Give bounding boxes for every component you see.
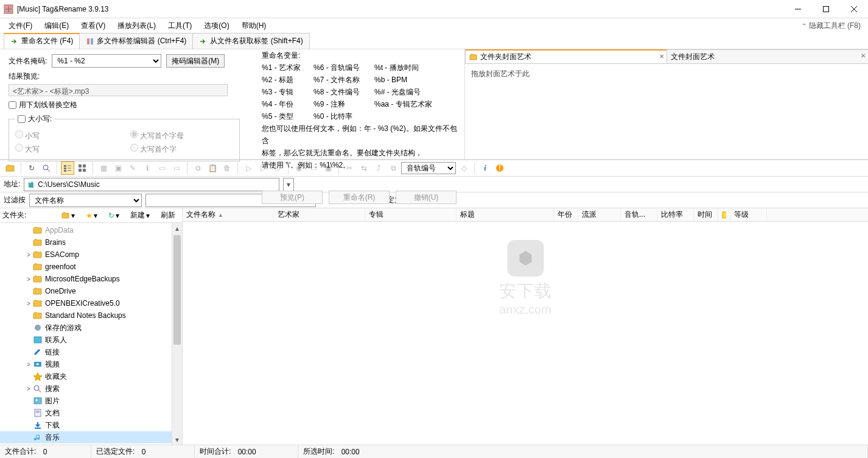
column-header[interactable]: 艺术家 xyxy=(274,208,365,221)
case-enable-checkbox[interactable] xyxy=(18,115,26,123)
tree-item[interactable]: 下载 xyxy=(0,419,182,431)
tree-item[interactable]: AppData xyxy=(0,224,182,236)
menu-playlist[interactable]: 播放列表(L) xyxy=(111,19,162,32)
address-input[interactable] xyxy=(24,178,279,191)
mask-editor-button[interactable]: 掩码编辑器(M) xyxy=(166,54,225,68)
tree-item[interactable]: 保存的游戏 xyxy=(0,322,182,334)
file-list-header: 文件名称 ▲艺术家专辑标题年份流派音轨...比特率时间等级 xyxy=(183,208,868,222)
preview-button[interactable]: 预览(P) xyxy=(262,191,323,204)
tree-item-label: 搜索 xyxy=(45,384,60,394)
menu-options[interactable]: 选项(O) xyxy=(198,19,235,32)
mask-combo[interactable]: %1 - %2 xyxy=(52,54,161,68)
toolbar-icon: ▭ xyxy=(170,161,183,175)
tree-item[interactable]: 文档 xyxy=(0,407,182,419)
tree-new-button[interactable]: 新建 ▾ xyxy=(126,209,154,222)
tab-from-filename-label: 从文件名获取标签 (Shift+F4) xyxy=(210,36,303,46)
column-header[interactable]: 标题 xyxy=(457,208,554,221)
close-button[interactable] xyxy=(840,0,868,18)
multi-tag-icon xyxy=(86,37,94,46)
case-upper[interactable]: 大写 xyxy=(15,144,118,155)
tree-item[interactable]: OneDrive xyxy=(0,285,182,297)
svg-rect-5 xyxy=(87,38,89,44)
column-header[interactable] xyxy=(718,208,730,221)
tree-item[interactable]: >MicrosoftEdgeBackups xyxy=(0,273,182,285)
folder-tree[interactable]: AppDataBrains>ESACompgreenfoot>Microsoft… xyxy=(0,223,182,445)
column-header[interactable]: 等级 xyxy=(730,208,767,221)
menu-help[interactable]: 帮助(H) xyxy=(236,19,273,32)
help-icon[interactable]: i xyxy=(478,161,492,175)
menu-edit[interactable]: 编辑(E) xyxy=(38,19,75,32)
case-capitalize-first[interactable]: 大写首个字 xyxy=(130,144,233,155)
minimize-button[interactable] xyxy=(784,0,812,18)
view-list-icon[interactable] xyxy=(61,161,74,175)
cover-drop-area[interactable]: 拖放封面艺术于此 xyxy=(465,64,868,159)
maximize-button[interactable] xyxy=(812,0,840,18)
tab-multi-editor[interactable]: 多文件标签编辑器 (Ctrl+F4) xyxy=(79,33,193,49)
tree-item-label: Brains xyxy=(45,238,66,247)
column-header[interactable]: 年份 xyxy=(554,208,578,221)
case-capitalize-words[interactable]: 大写首个字母 xyxy=(130,130,233,141)
file-list-body[interactable]: 安下载 anxz.com xyxy=(183,222,868,445)
tree-item[interactable]: >视频 xyxy=(0,358,182,370)
expander-icon[interactable]: > xyxy=(24,252,33,258)
tree-item[interactable]: Brains xyxy=(0,236,182,248)
download-icon xyxy=(33,420,43,430)
undo-button[interactable]: 撤销(U) xyxy=(396,191,457,204)
filter-by-combo[interactable]: 文件名称 xyxy=(29,194,142,207)
tab-from-filename[interactable]: 从文件名获取标签 (Shift+F4) xyxy=(192,33,309,49)
tree-item[interactable]: 音乐 xyxy=(0,431,182,443)
tree-item[interactable]: >ESAComp xyxy=(0,248,182,261)
tree-refresh-button[interactable]: 刷新 xyxy=(156,209,180,222)
open-icon[interactable] xyxy=(4,161,17,175)
refresh-icon[interactable]: ↻ xyxy=(25,161,38,175)
tree-item-label: OPENBEXICreative5.0 xyxy=(45,299,120,308)
about-icon[interactable]: ! xyxy=(493,161,506,175)
column-header[interactable]: 音轨... xyxy=(621,208,657,221)
tree-item[interactable]: Standard Notes Backups xyxy=(0,309,182,322)
close-icon[interactable]: ✕ xyxy=(861,52,866,59)
svg-rect-6 xyxy=(91,38,93,44)
search-icon xyxy=(33,384,43,393)
column-header[interactable]: 流派 xyxy=(578,208,621,221)
tree-item[interactable]: 图片 xyxy=(0,395,182,407)
svg-rect-28 xyxy=(34,398,41,404)
cover-tab-file[interactable]: 文件封面艺术 ✕ xyxy=(667,49,868,63)
hide-toolbar-hint[interactable]: ⌃隐藏工具栏 (F8) xyxy=(802,21,866,31)
svg-rect-30 xyxy=(35,409,41,417)
svg-line-8 xyxy=(47,169,50,172)
expander-icon[interactable]: > xyxy=(24,276,33,283)
column-header[interactable]: 比特率 xyxy=(657,208,694,221)
tree-pane: 文件夹: ▾ ★▾ ↻▾ 新建 ▾ 刷新 AppDataBrains>ESACo… xyxy=(0,208,183,445)
tree-item[interactable]: 收藏夹 xyxy=(0,370,182,382)
expander-icon[interactable]: > xyxy=(24,300,33,307)
tree-item[interactable]: 链接 xyxy=(0,346,182,358)
tree-item[interactable]: 联系人 xyxy=(0,334,182,346)
tree-item[interactable]: greenfoot xyxy=(0,261,182,273)
scrollbar[interactable]: ▴▾ xyxy=(172,223,182,445)
expander-icon[interactable]: > xyxy=(24,361,33,368)
cover-tab-folder[interactable]: 文件夹封面艺术 ✕ xyxy=(465,49,667,63)
tree-item[interactable]: >OPENBEXICreative5.0 xyxy=(0,297,182,309)
close-icon[interactable]: ✕ xyxy=(659,53,664,60)
menu-file[interactable]: 文件(F) xyxy=(2,19,38,32)
tree-item[interactable]: >Default xyxy=(0,443,182,445)
tree-nav-icon[interactable]: ▾ xyxy=(57,210,79,221)
column-header[interactable]: 文件名称 ▲ xyxy=(183,208,274,221)
status-total-value: 0 xyxy=(43,448,47,456)
menu-view[interactable]: 查看(V) xyxy=(75,19,111,32)
menu-tools[interactable]: 工具(T) xyxy=(162,19,198,32)
case-lower[interactable]: 小写 xyxy=(15,130,118,141)
expander-icon[interactable]: > xyxy=(24,386,33,392)
search-icon[interactable] xyxy=(40,161,53,175)
svg-rect-9 xyxy=(64,165,66,167)
tree-history-icon[interactable]: ↻▾ xyxy=(104,210,124,221)
view-grid-icon[interactable] xyxy=(75,161,89,175)
tree-item[interactable]: >搜索 xyxy=(0,382,182,395)
column-header[interactable]: 专辑 xyxy=(365,208,457,221)
paste-icon: 📋 xyxy=(206,161,219,175)
tab-rename[interactable]: 重命名文件 (F4) xyxy=(4,33,80,49)
svg-rect-10 xyxy=(64,167,66,169)
column-header[interactable]: 时间 xyxy=(694,208,718,221)
tree-fav-icon[interactable]: ★▾ xyxy=(82,210,102,221)
rename-button[interactable]: 重命名(R) xyxy=(329,191,390,204)
